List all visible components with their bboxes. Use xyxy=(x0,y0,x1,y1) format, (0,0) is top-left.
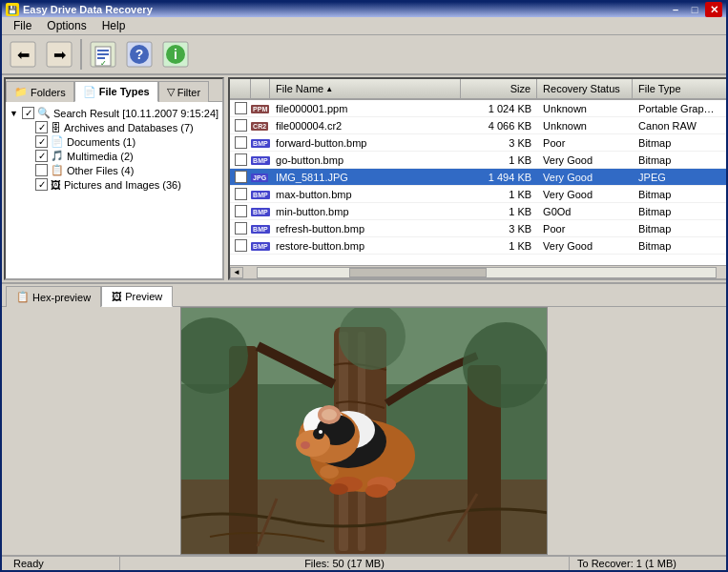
svg-point-33 xyxy=(319,430,322,434)
row-checkbox[interactable] xyxy=(230,239,251,252)
preview-svg xyxy=(181,308,548,555)
table-row[interactable]: BMP restore-button.bmp 1 KB Very Good Bi… xyxy=(230,237,728,255)
svg-point-40 xyxy=(365,484,388,498)
filetypes-tab-label: File Types xyxy=(99,86,150,97)
row-checkbox[interactable] xyxy=(230,222,251,235)
tree-root-checkbox[interactable]: ✓ xyxy=(22,107,34,119)
tree-root-expand[interactable]: ▼ xyxy=(10,109,19,118)
cell-status: Very Good xyxy=(537,171,633,184)
tab-folders[interactable]: 📁 Folders xyxy=(6,81,74,102)
row-checkbox[interactable] xyxy=(230,188,251,200)
cell-status: Unknown xyxy=(537,119,633,133)
cell-filename: IMG_5811.JPG xyxy=(270,171,461,184)
pictures-checkbox[interactable]: ✓ xyxy=(35,178,48,191)
cell-type: Bitmap xyxy=(633,153,728,167)
col-header-name[interactable]: File Name ▲ xyxy=(270,79,461,98)
cell-filename: forward-button.bmp xyxy=(270,136,461,150)
col-header-status[interactable]: Recovery Status xyxy=(537,79,633,98)
archives-checkbox[interactable]: ✓ xyxy=(35,121,48,133)
folder-tab-label: Folders xyxy=(31,87,66,98)
table-row[interactable]: ✓ JPG IMG_5811.JPG 1 494 KB Very Good JP… xyxy=(230,169,728,186)
menu-help[interactable]: Help xyxy=(94,17,134,34)
main-content: 📁 Folders 📄 File Types ▽ Filter ▼ ✓ 🔍 xyxy=(2,75,726,282)
status-ready-text: Ready xyxy=(13,558,44,569)
row-checkbox[interactable]: ✓ xyxy=(230,171,251,183)
forward-button[interactable]: ➡ xyxy=(42,37,76,72)
file-list-inner: File Name ▲ Size Recovery Status File Ty… xyxy=(230,79,728,265)
recover-button[interactable]: ✓ xyxy=(86,37,120,72)
table-row[interactable]: CR2 file000004.cr2 4 066 KB Unknown Cano… xyxy=(230,117,728,134)
col-type-label: File Type xyxy=(638,83,680,94)
cell-type: Canon RAW xyxy=(633,119,728,133)
menu-file[interactable]: File xyxy=(6,17,39,34)
minimize-button[interactable]: – xyxy=(667,2,684,17)
maximize-button[interactable]: □ xyxy=(686,2,703,17)
horizontal-scrollbar[interactable]: ◄ ► xyxy=(230,265,728,278)
tab-filetypes[interactable]: 📄 File Types xyxy=(74,81,158,102)
table-row[interactable]: BMP min-button.bmp 1 KB G0Od Bitmap xyxy=(230,203,728,220)
tree-item-documents[interactable]: ✓ 📄 Documents (1) xyxy=(23,134,218,149)
horiz-scroll-thumb[interactable] xyxy=(349,268,487,277)
help-button[interactable]: ? xyxy=(122,37,156,72)
close-button[interactable]: ✕ xyxy=(705,2,722,17)
menu-options[interactable]: Options xyxy=(39,17,94,34)
tree-item-pictures[interactable]: ✓ 🖼 Pictures and Images (36) xyxy=(23,177,218,192)
row-checkbox[interactable] xyxy=(230,205,251,217)
cell-size: 3 KB xyxy=(461,222,537,235)
tree-item-multimedia[interactable]: ✓ 🎵 Multimedia (2) xyxy=(23,149,218,163)
other-label: Other Files (4) xyxy=(67,165,134,176)
pictures-icon: 🖼 xyxy=(51,179,61,191)
table-row[interactable]: BMP go-button.bmp 1 KB Very Good Bitmap xyxy=(230,152,728,169)
search-icon: 🔍 xyxy=(37,107,51,119)
documents-checkbox[interactable]: ✓ xyxy=(35,135,48,148)
left-tab-bar: 📁 Folders 📄 File Types ▽ Filter xyxy=(6,79,222,102)
svg-rect-7 xyxy=(97,53,109,55)
tree-root[interactable]: ▼ ✓ 🔍 Search Result [10.11.2007 9:15:24] xyxy=(10,106,218,120)
row-checkbox[interactable] xyxy=(230,136,251,149)
tree-item-archives[interactable]: ✓ 🗄 Archives and Databases (7) xyxy=(23,120,218,134)
row-checkbox[interactable] xyxy=(230,102,251,114)
status-bar: Ready Files: 50 (17 MB) To Recover: 1 (1… xyxy=(2,555,726,570)
folder-tab-icon: 📁 xyxy=(14,86,28,98)
documents-label: Documents (1) xyxy=(67,136,135,148)
svg-text:i: i xyxy=(174,47,177,62)
col-header-size[interactable]: Size xyxy=(461,79,537,98)
forward-icon: ➡ xyxy=(46,41,73,68)
svg-text:⬅: ⬅ xyxy=(17,47,30,63)
other-checkbox[interactable] xyxy=(35,164,48,176)
table-row[interactable]: BMP forward-button.bmp 3 KB Poor Bitmap xyxy=(230,134,728,152)
col-header-type[interactable]: File Type xyxy=(633,79,728,98)
col-name-label: File Name xyxy=(276,83,323,94)
cell-size: 1 KB xyxy=(461,205,537,218)
multimedia-checkbox[interactable]: ✓ xyxy=(35,150,48,162)
back-icon: ⬅ xyxy=(10,41,36,68)
back-button[interactable]: ⬅ xyxy=(6,37,40,72)
info-button[interactable]: i xyxy=(158,37,193,72)
tab-filter[interactable]: ▽ Filter xyxy=(158,81,209,102)
tree-item-other[interactable]: 📋 Other Files (4) xyxy=(23,163,218,177)
cell-status: Poor xyxy=(537,222,633,235)
filter-tab-icon: ▽ xyxy=(167,86,175,98)
cell-status: Unknown xyxy=(537,102,633,115)
file-type-tree: ▼ ✓ 🔍 Search Result [10.11.2007 9:15:24]… xyxy=(6,102,222,278)
tab-preview[interactable]: 🖼 Preview xyxy=(101,286,173,307)
table-row[interactable]: BMP refresh-button.bmp 3 KB Poor Bitmap xyxy=(230,220,728,237)
status-recover: To Recover: 1 (1 MB) xyxy=(570,557,722,570)
row-checkbox[interactable] xyxy=(230,153,251,166)
tab-hex-preview[interactable]: 📋 Hex-preview xyxy=(6,286,101,307)
table-row[interactable]: PPM file000001.ppm 1 024 KB Unknown Port… xyxy=(230,100,728,117)
table-row[interactable]: BMP max-button.bmp 1 KB Very Good Bitmap xyxy=(230,186,728,203)
row-checkbox[interactable] xyxy=(230,119,251,132)
file-type-icon: BMP xyxy=(251,137,270,148)
preview-label: Preview xyxy=(125,291,162,302)
sort-arrow-icon: ▲ xyxy=(325,85,333,93)
status-recover-text: To Recover: 1 (1 MB) xyxy=(577,558,676,569)
title-bar-buttons: – □ ✕ xyxy=(667,2,722,17)
scroll-left-arrow[interactable]: ◄ xyxy=(230,267,243,278)
file-type-icon: BMP xyxy=(251,189,270,199)
help-icon: ? xyxy=(126,41,153,68)
cell-type: JPEG xyxy=(633,171,728,184)
cell-status: Poor xyxy=(537,136,633,150)
svg-text:➡: ➡ xyxy=(53,47,66,63)
horiz-scroll-track[interactable] xyxy=(257,267,717,278)
